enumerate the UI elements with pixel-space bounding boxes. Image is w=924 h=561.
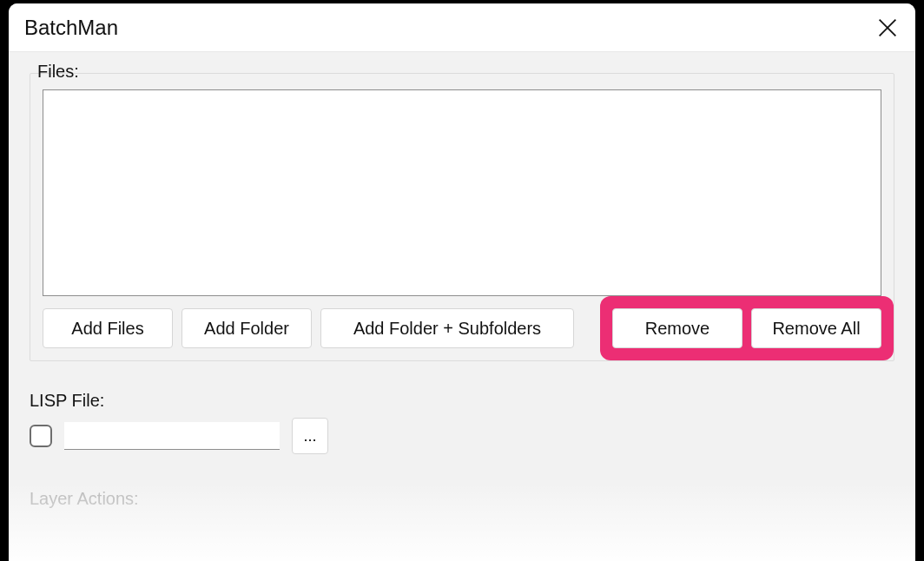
browse-button[interactable]: ... bbox=[292, 418, 328, 454]
add-folder-button[interactable]: Add Folder bbox=[182, 308, 312, 348]
spacer bbox=[583, 308, 591, 348]
titlebar: BatchMan bbox=[9, 3, 915, 52]
window-title: BatchMan bbox=[24, 16, 118, 40]
layer-actions-label: Layer Actions: bbox=[30, 489, 894, 509]
close-icon[interactable] bbox=[875, 16, 900, 40]
remove-all-button[interactable]: Remove All bbox=[751, 308, 881, 348]
lisp-file-input[interactable] bbox=[64, 422, 280, 450]
remove-button[interactable]: Remove bbox=[612, 308, 742, 348]
files-group: Files: Add Files Add Folder Add Folder +… bbox=[30, 73, 894, 361]
window: BatchMan Files: Add Files Add Folder Add… bbox=[9, 3, 915, 561]
files-listbox[interactable] bbox=[43, 89, 881, 296]
content-area: Files: Add Files Add Folder Add Folder +… bbox=[9, 52, 915, 561]
files-button-row: Add Files Add Folder Add Folder + Subfol… bbox=[43, 308, 881, 348]
lisp-row: ... bbox=[30, 418, 894, 454]
add-folder-subfolders-button[interactable]: Add Folder + Subfolders bbox=[320, 308, 574, 348]
lisp-checkbox[interactable] bbox=[30, 425, 52, 447]
add-files-button[interactable]: Add Files bbox=[43, 308, 173, 348]
files-legend: Files: bbox=[34, 62, 82, 82]
remove-highlight-group: Remove Remove All bbox=[600, 296, 894, 360]
lisp-file-label: LISP File: bbox=[30, 391, 894, 411]
